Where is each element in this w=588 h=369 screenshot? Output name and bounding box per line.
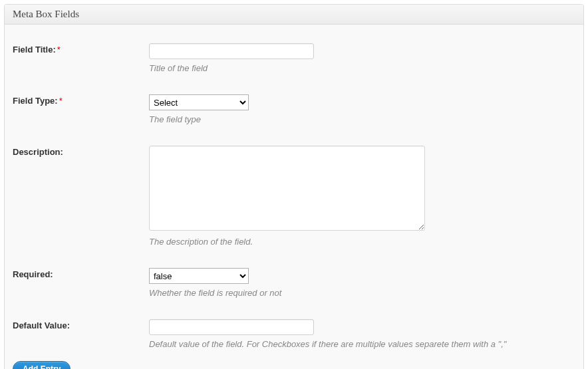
inputcol-field-type: Select The field type: [149, 94, 575, 124]
description-textarea[interactable]: [149, 146, 425, 231]
label-field-title: Field Title:*: [13, 43, 149, 55]
required-star-icon: *: [57, 45, 61, 55]
panel-title: Meta Box Fields: [5, 5, 583, 25]
help-field-type: The field type: [149, 114, 575, 124]
add-entry-button[interactable]: Add Entry: [13, 361, 71, 369]
help-default-value: Default value of the field. For Checkbox…: [149, 339, 575, 349]
row-field-type: Field Type:* Select The field type: [13, 94, 575, 124]
label-default-value: Default Value:: [13, 319, 149, 330]
label-field-type-text: Field Type:: [13, 96, 58, 106]
row-description: Description: The description of the fiel…: [13, 146, 575, 247]
row-default-value: Default Value: Default value of the fiel…: [13, 319, 575, 349]
label-required: Required:: [13, 268, 149, 279]
required-select[interactable]: false: [149, 268, 249, 284]
help-required: Whether the field is required or not: [149, 288, 575, 298]
meta-box-fields-panel: Meta Box Fields Field Title:* Title of t…: [4, 4, 584, 369]
field-type-select[interactable]: Select: [149, 94, 249, 110]
panel-body: Field Title:* Title of the field Field T…: [5, 25, 583, 369]
row-required: Required: false Whether the field is req…: [13, 268, 575, 298]
inputcol-description: The description of the field.: [149, 146, 575, 247]
label-field-title-text: Field Title:: [13, 45, 56, 55]
inputcol-default-value: Default value of the field. For Checkbox…: [149, 319, 575, 349]
label-description: Description:: [13, 146, 149, 157]
inputcol-required: false Whether the field is required or n…: [149, 268, 575, 298]
required-star-icon: *: [59, 96, 63, 106]
label-field-type: Field Type:*: [13, 94, 149, 106]
row-field-title: Field Title:* Title of the field: [13, 43, 575, 73]
help-field-title: Title of the field: [149, 63, 575, 73]
help-description: The description of the field.: [149, 237, 575, 247]
field-title-input[interactable]: [149, 43, 314, 59]
default-value-input[interactable]: [149, 319, 314, 335]
inputcol-field-title: Title of the field: [149, 43, 575, 73]
